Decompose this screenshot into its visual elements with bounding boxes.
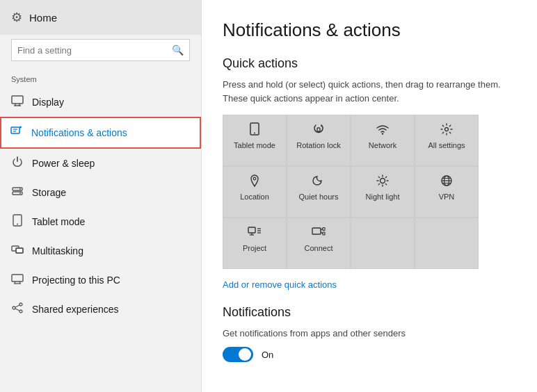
svg-point-22 xyxy=(19,303,22,306)
svg-rect-58 xyxy=(323,232,325,235)
sidebar-item-shared-label: Shared experiences xyxy=(32,304,119,315)
rotation-lock-icon xyxy=(312,122,326,138)
sidebar-item-display-label: Display xyxy=(32,97,64,108)
svg-line-39 xyxy=(378,177,379,177)
svg-rect-29 xyxy=(317,128,320,131)
svg-line-25 xyxy=(15,305,19,307)
tile-quiet-hours-label: Quiet hours xyxy=(299,193,339,202)
svg-point-31 xyxy=(382,133,383,134)
connect-icon xyxy=(312,225,326,241)
quick-actions-desc: Press and hold (or select) quick actions… xyxy=(223,78,516,105)
notifications-toggle[interactable] xyxy=(223,347,253,362)
tile-empty-1 xyxy=(351,218,414,268)
sidebar-item-tablet[interactable]: Tablet mode xyxy=(0,207,201,236)
notifications-icon xyxy=(10,125,23,140)
vpn-icon xyxy=(440,174,454,190)
svg-point-23 xyxy=(19,310,22,313)
sidebar-item-projecting-label: Projecting to this PC xyxy=(32,275,120,286)
tile-connect-label: Connect xyxy=(305,244,333,253)
sidebar-item-display[interactable]: Display xyxy=(0,88,201,117)
svg-rect-54 xyxy=(312,228,321,234)
svg-rect-16 xyxy=(16,248,23,253)
svg-point-24 xyxy=(13,307,15,309)
quick-actions-title: Quick actions xyxy=(223,56,516,71)
quick-actions-grid: Tablet mode Rotation lock xyxy=(223,115,479,269)
sidebar-home-button[interactable]: ⚙ Home xyxy=(0,0,201,35)
sidebar-item-storage-label: Storage xyxy=(32,187,66,198)
svg-rect-57 xyxy=(323,228,325,231)
sidebar-item-notifications[interactable]: Notifications & actions xyxy=(0,117,201,149)
svg-line-42 xyxy=(385,177,386,177)
tile-network-label: Network xyxy=(369,141,396,150)
notifications-section-title: Notifications xyxy=(223,305,516,320)
storage-icon xyxy=(11,185,24,200)
notifications-toggle-label: On xyxy=(262,350,273,360)
svg-point-33 xyxy=(253,177,256,180)
sidebar-item-shared[interactable]: Shared experiences xyxy=(0,295,201,324)
svg-rect-0 xyxy=(12,96,23,104)
tile-rotation-lock[interactable]: Rotation lock xyxy=(287,115,350,165)
page-title: Notifications & actions xyxy=(223,19,516,41)
svg-rect-4 xyxy=(11,127,19,133)
tile-tablet-mode[interactable]: Tablet mode xyxy=(223,115,286,165)
all-settings-icon xyxy=(440,122,454,138)
search-box-wrap: 🔍 xyxy=(0,35,201,71)
svg-line-41 xyxy=(378,183,379,184)
gear-icon: ⚙ xyxy=(11,10,22,25)
tile-project-label: Project xyxy=(243,244,266,253)
sidebar-item-power-label: Power & sleep xyxy=(32,158,95,169)
tile-all-settings[interactable]: All settings xyxy=(415,115,478,165)
tile-rotation-lock-label: Rotation lock xyxy=(296,141,341,150)
main-content: Notifications & actions Quick actions Pr… xyxy=(202,0,537,392)
notifications-toggle-row: On xyxy=(223,347,516,362)
toggle-knob xyxy=(239,348,251,361)
svg-rect-48 xyxy=(248,227,255,233)
tile-tablet-mode-label: Tablet mode xyxy=(234,141,275,150)
tile-connect[interactable]: Connect xyxy=(287,218,350,268)
tile-vpn-label: VPN xyxy=(439,193,455,202)
svg-line-40 xyxy=(385,183,386,184)
svg-point-12 xyxy=(19,193,21,194)
add-remove-quick-actions-link[interactable]: Add or remove quick actions xyxy=(223,279,337,290)
tile-network[interactable]: Network xyxy=(351,115,414,165)
location-icon xyxy=(248,174,262,190)
shared-icon xyxy=(11,302,24,317)
projecting-icon xyxy=(11,272,24,288)
svg-rect-18 xyxy=(12,275,23,281)
tile-night-light-label: Night light xyxy=(366,193,400,202)
tile-night-light[interactable]: Night light xyxy=(351,167,414,217)
notifications-desc: Get notifications from apps and other se… xyxy=(223,328,516,338)
tile-empty-2 xyxy=(415,218,478,268)
svg-point-11 xyxy=(19,188,21,190)
search-box[interactable]: 🔍 xyxy=(11,39,190,61)
system-section-label: System xyxy=(0,71,201,88)
sidebar-item-tablet-label: Tablet mode xyxy=(32,216,85,227)
sidebar-item-multitasking[interactable]: Multitasking xyxy=(0,236,201,266)
multitasking-icon xyxy=(11,243,24,259)
network-icon xyxy=(376,122,390,138)
tile-location[interactable]: Location xyxy=(223,167,286,217)
night-light-icon xyxy=(376,174,390,190)
sidebar-item-multitasking-label: Multitasking xyxy=(32,245,83,256)
tile-project[interactable]: Project xyxy=(223,218,286,268)
sidebar-home-label: Home xyxy=(29,12,57,24)
tile-vpn[interactable]: VPN xyxy=(415,167,478,217)
sidebar-item-notifications-label: Notifications & actions xyxy=(31,127,127,138)
sidebar-item-power[interactable]: Power & sleep xyxy=(0,149,201,178)
search-input[interactable] xyxy=(17,45,172,56)
display-icon xyxy=(11,95,24,110)
tile-location-label: Location xyxy=(240,193,269,202)
svg-point-34 xyxy=(380,179,385,183)
sidebar-item-projecting[interactable]: Projecting to this PC xyxy=(0,266,201,295)
tablet-nav-icon xyxy=(11,214,24,229)
search-icon: 🔍 xyxy=(172,44,184,56)
tablet-mode-icon xyxy=(248,122,262,138)
power-icon xyxy=(11,156,24,171)
tile-all-settings-label: All settings xyxy=(428,141,465,150)
sidebar: ⚙ Home 🔍 System Display xyxy=(0,0,202,392)
sidebar-item-storage[interactable]: Storage xyxy=(0,178,201,207)
project-icon xyxy=(248,225,262,241)
svg-point-14 xyxy=(17,224,18,225)
svg-line-26 xyxy=(15,309,19,311)
tile-quiet-hours[interactable]: Quiet hours xyxy=(287,167,350,217)
